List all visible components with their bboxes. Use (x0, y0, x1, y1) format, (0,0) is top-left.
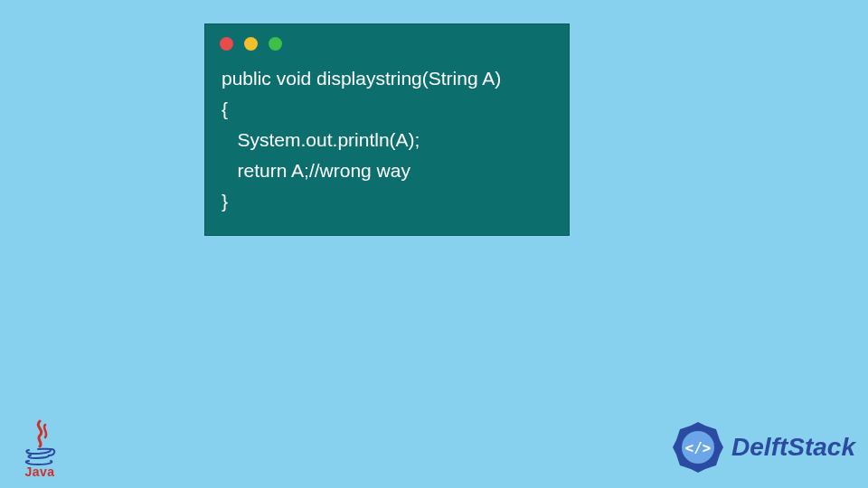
code-line: } (222, 191, 228, 211)
code-line: System.out.println(A); (222, 129, 420, 150)
code-line: { (222, 99, 228, 119)
delftstack-logo: </> DelftStack (670, 419, 855, 475)
maximize-icon (269, 37, 282, 51)
java-logo: Java (16, 419, 63, 479)
code-line: return A;//wrong way (222, 160, 410, 181)
minimize-icon (244, 37, 258, 51)
window-titlebar (205, 24, 569, 56)
delftstack-label: DelftStack (731, 433, 855, 462)
svg-text:</>: </> (685, 439, 712, 456)
delftstack-badge-icon: </> (670, 419, 726, 475)
code-window: public void displaystring(String A) { Sy… (204, 23, 570, 236)
code-content: public void displaystring(String A) { Sy… (205, 56, 569, 235)
close-icon (220, 37, 233, 51)
java-cup-icon (20, 419, 60, 466)
code-line: public void displaystring(String A) (222, 68, 501, 89)
java-logo-label: Java (16, 465, 63, 479)
